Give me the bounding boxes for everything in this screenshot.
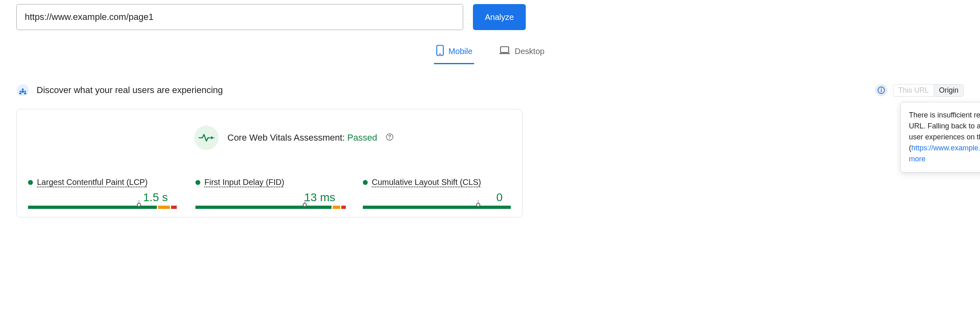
info-icon[interactable]: [875, 84, 887, 96]
tab-mobile[interactable]: Mobile: [434, 41, 474, 64]
svg-rect-12: [881, 90, 882, 92]
metric-fid-value: 13 ms: [195, 191, 343, 204]
scope-area: This URL Origin There is insufficient re…: [875, 84, 964, 97]
svg-point-6: [22, 89, 24, 91]
url-input[interactable]: [16, 4, 463, 30]
svg-rect-10: [24, 93, 26, 94]
metric-cls-bar: [363, 206, 511, 211]
metric-cls-title[interactable]: Cumulative Layout Shift (CLS): [372, 178, 481, 187]
analyze-button[interactable]: Analyze: [473, 4, 526, 30]
device-tabs: Mobile Desktop: [16, 41, 964, 64]
section-header: Discover what your real users are experi…: [16, 84, 964, 97]
svg-rect-15: [213, 137, 215, 138]
svg-rect-2: [501, 47, 509, 52]
metric-cls: Cumulative Layout Shift (CLS) 0: [363, 178, 511, 211]
metric-lcp: Largest Contentful Paint (LCP) 1.5 s: [28, 178, 176, 211]
insufficient-data-tooltip: There is insufficient real-user data for…: [900, 102, 980, 172]
svg-point-5: [20, 91, 21, 92]
svg-point-7: [24, 91, 26, 92]
status-dot-icon: [363, 180, 368, 185]
metrics-row: Largest Contentful Paint (LCP) 1.5 s Fir…: [28, 178, 511, 211]
tab-desktop[interactable]: Desktop: [497, 41, 546, 64]
metric-lcp-title[interactable]: Largest Contentful Paint (LCP): [37, 178, 147, 187]
section-title: Discover what your real users are experi…: [37, 85, 223, 96]
marker-icon: [476, 203, 480, 207]
url-input-row: Analyze: [16, 4, 964, 30]
svg-point-14: [210, 137, 213, 139]
metric-fid: First Input Delay (FID) 13 ms: [195, 178, 343, 211]
metric-lcp-value: 1.5 s: [28, 191, 176, 204]
laptop-icon: [499, 46, 511, 57]
svg-point-17: [389, 138, 390, 139]
help-icon[interactable]: [386, 133, 393, 143]
svg-rect-1: [439, 54, 441, 54]
metric-lcp-bar: [28, 206, 176, 211]
marker-icon: [303, 203, 307, 207]
people-globe-icon: [16, 84, 29, 97]
metric-fid-bar: [195, 206, 343, 211]
marker-icon: [137, 203, 141, 207]
assessment-text-wrap: Core Web Vitals Assessment: Passed: [228, 132, 377, 143]
assessment-status: Passed: [347, 132, 377, 143]
status-dot-icon: [28, 180, 33, 185]
smartphone-icon: [436, 45, 444, 58]
status-dot-icon: [195, 180, 200, 185]
svg-rect-13: [881, 88, 882, 89]
pulse-icon: [194, 126, 219, 150]
assessment-label: Core Web Vitals Assessment:: [228, 132, 347, 143]
svg-rect-9: [21, 91, 24, 93]
metric-cls-value: 0: [363, 191, 511, 204]
metric-fid-title[interactable]: First Input Delay (FID): [204, 178, 284, 187]
svg-rect-3: [499, 53, 510, 54]
scope-toggle-this-url: This URL: [893, 85, 934, 96]
assessment-row: Core Web Vitals Assessment: Passed: [52, 126, 535, 150]
scope-toggle-origin[interactable]: Origin: [934, 85, 963, 96]
scope-toggle: This URL Origin: [893, 84, 964, 97]
section-header-left: Discover what your real users are experi…: [16, 84, 223, 97]
tab-desktop-label: Desktop: [515, 47, 544, 56]
vitals-card: Core Web Vitals Assessment: Passed Large…: [16, 109, 523, 217]
tooltip-origin-link[interactable]: https://www.example.com: [911, 144, 980, 152]
svg-rect-8: [19, 93, 22, 94]
tab-mobile-label: Mobile: [449, 47, 473, 56]
